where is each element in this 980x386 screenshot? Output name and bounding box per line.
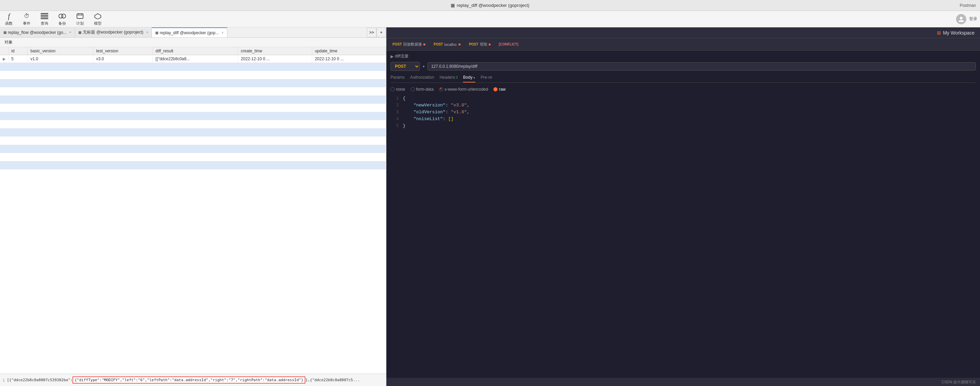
pnav-body-label: Body [463, 75, 472, 80]
table-row-empty-1 [0, 63, 386, 71]
tab-untitled[interactable]: ▦ 无标题 @woodpecker (goproject) × [75, 27, 152, 37]
code-text-2: "newVersion": "v3.0", [403, 103, 469, 108]
code-bracket-4: [] [448, 116, 454, 121]
tab-new-button[interactable]: + [377, 28, 386, 37]
req-tab-1[interactable]: POST localho: [430, 41, 464, 48]
postman-footer: CSDN @大德喵可乐 [387, 378, 980, 386]
radio-raw[interactable]: raw [493, 87, 505, 92]
bottom-bar: 1 [{"ddce22b8c0a8007c539382ba": {"diffTy… [0, 374, 386, 386]
section-title: ▶ diff流量 [390, 53, 976, 59]
th-create-time: create_time [238, 47, 312, 55]
toolbar-event[interactable]: ⏱ 事件 [21, 12, 33, 26]
line-num-3: 3 [390, 110, 399, 115]
title-bar-center: ▦ replay_diff @woodpecker (goproject) [451, 3, 529, 8]
req-tab-2[interactable]: POST 登陆 [465, 40, 494, 48]
code-line-5: 5 } [390, 123, 976, 130]
code-key-3: "oldVersion" [414, 110, 445, 115]
line-num-2: 2 [390, 103, 399, 108]
radio-form-data[interactable]: form-data [410, 87, 434, 92]
cell-id: 5 [8, 55, 28, 63]
tab-close-1[interactable]: × [146, 30, 148, 34]
tab-bar: ▦ replay_flow @woodpecker (go... × ▦ 无标题… [0, 27, 386, 38]
url-input[interactable] [428, 62, 976, 70]
code-key-2: "newVersion" [414, 103, 445, 108]
data-table: id basic_version test_version diff_resul… [0, 47, 386, 169]
req-tab-3[interactable]: [CONFLICT] [495, 41, 522, 48]
right-panel: ⊞ My Workspace POST 回放数据接 POST localho: … [387, 27, 980, 386]
radio-urlencoded[interactable]: × x-www-form-urlencoded [439, 87, 488, 92]
toolbar-query[interactable]: 查询 [38, 12, 51, 26]
svg-point-11 [960, 17, 963, 19]
req-label-1: localho: [444, 42, 457, 46]
code-brace-open: { [403, 96, 406, 101]
postman-title: ⊞ My Workspace [937, 30, 975, 35]
tab-replay-diff[interactable]: ▦ replay_diff @woodpecker (gop... × [152, 27, 228, 37]
cell-test-version: v3.0 [93, 55, 153, 63]
pnav-body[interactable]: Body● [463, 75, 475, 83]
table-row[interactable]: ▶ 5 v1.0 v3.0 [{"ddce22b8c0a8... 2022-12… [0, 55, 386, 63]
tab-icon-2: ▦ [155, 31, 158, 35]
line-num-4: 4 [390, 116, 399, 121]
radio-raw-label: raw [499, 87, 505, 92]
toolbar-backup[interactable]: 备份 [56, 12, 68, 26]
table-row-empty-11 [0, 145, 386, 153]
left-panel: ▦ replay_flow @woodpecker (go... × ▦ 无标题… [0, 27, 387, 386]
toolbar-plan[interactable]: 计划 [74, 12, 86, 26]
code-val-3: "v1.0" [451, 110, 467, 115]
tab-icon-1: ▦ [78, 30, 81, 34]
method-select[interactable]: POST GET PUT DELETE [390, 62, 420, 71]
toolbar-plan-label: 计划 [76, 21, 84, 26]
code-line-1: 1 { [390, 96, 976, 103]
pnav-params[interactable]: Params [390, 75, 404, 83]
pnav-headers-label: Headers [439, 75, 455, 80]
code-line-3: 3 "oldVersion": "v1.0", [390, 110, 976, 116]
table-row-empty-4 [0, 87, 386, 96]
section-arrow: ▶ [390, 54, 394, 59]
table-wrapper[interactable]: id basic_version test_version diff_resul… [0, 47, 386, 374]
object-label[interactable]: 对象 [2, 38, 15, 46]
th-diff-result: diff_result [153, 47, 238, 55]
login-button[interactable]: 登录 [969, 16, 977, 22]
req-dot-0 [423, 43, 425, 46]
radio-none[interactable]: none [390, 87, 405, 92]
table-row-empty-12 [0, 153, 386, 161]
bottom-line-num: 1 [3, 378, 5, 382]
bottom-code-highlighted: {"diffType":"MODIFY","left":"6","leftPat… [73, 376, 305, 384]
body-badge: ● [473, 76, 475, 80]
code-line-4: 4 "noiseList": [] [390, 116, 976, 123]
footer-text: CSDN @大德喵可乐 [942, 380, 976, 384]
table-row-empty-3 [0, 79, 386, 87]
tab-close-0[interactable]: × [69, 30, 72, 34]
radio-dot-none [390, 87, 395, 91]
postman-req-tabs: POST 回放数据接 POST localho: POST 登陆 [CONFLI… [387, 38, 980, 51]
pnav-authorization[interactable]: Authorization [410, 75, 434, 83]
toolbar-function[interactable]: f 函数 [3, 12, 15, 26]
th-basic-version: basic_version [28, 47, 93, 55]
cell-diff-result: [{"ddce22b8c0a8... [153, 55, 238, 63]
conflict-label: [CONFLICT] [499, 42, 519, 46]
req-label-2: 登陆 [480, 42, 487, 47]
body-options: none form-data × x-www-form-urlencoded r… [390, 87, 976, 92]
table-row-empty-13 [0, 161, 386, 169]
table-row-empty-7 [0, 112, 386, 120]
code-val-2: "v3.0" [451, 103, 467, 108]
postman-label: Postman [960, 3, 976, 8]
radio-dot-form-data [410, 87, 415, 91]
tab-overflow-button[interactable]: >> [367, 28, 377, 37]
pnav-headers[interactable]: Headers3 [439, 75, 458, 83]
code-editor[interactable]: 1 { 2 "newVersion": "v3.0", 3 "oldVersio… [390, 96, 976, 375]
tab-close-2[interactable]: × [221, 31, 224, 35]
table-row-empty-6 [0, 104, 386, 112]
toolbar-right: 登录 [956, 14, 977, 24]
toolbar-model[interactable]: 模型 [92, 12, 104, 26]
tab-replay-flow[interactable]: ▦ replay_flow @woodpecker (go... × [0, 27, 75, 37]
url-bar: POST GET PUT DELETE ▼ [390, 62, 976, 71]
plan-icon [76, 12, 84, 20]
req-method-1: POST [434, 42, 443, 46]
req-tab-0[interactable]: POST 回放数据接 [389, 40, 429, 48]
toolbar-backup-label: 备份 [59, 21, 66, 26]
table-row-empty-2 [0, 71, 386, 79]
tab-icon-0: ▦ [3, 30, 6, 34]
toolbar: f 函数 ⏱ 事件 查询 备份 计划 模型 登录 [0, 11, 980, 27]
pnav-prere[interactable]: Pre-re [481, 75, 492, 83]
